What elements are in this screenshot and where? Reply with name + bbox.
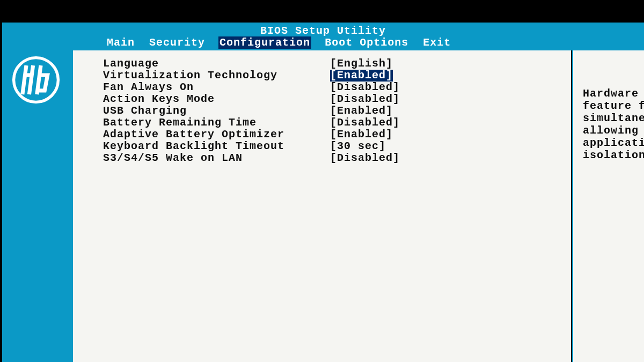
help-line: simultaneou — [583, 112, 644, 124]
help-line: feature for — [583, 100, 644, 112]
setting-value: [Disabled] — [330, 152, 400, 164]
menu-tab-security[interactable]: Security — [148, 36, 206, 49]
setting-label: Battery Remaining Time — [103, 117, 323, 129]
setting-value: [30 sec] — [330, 141, 386, 152]
setting-row-action-keys-mode[interactable]: Action Keys Mode [Disabled] — [103, 93, 571, 105]
setting-value: [Enabled] — [330, 105, 393, 117]
setting-row-wake-on-lan[interactable]: S3/S4/S5 Wake on LAN [Disabled] — [103, 152, 571, 164]
menu-tab-boot-options[interactable]: Boot Options — [324, 36, 409, 49]
setting-row-battery-remaining-time[interactable]: Battery Remaining Time [Disabled] — [103, 117, 571, 129]
svg-point-0 — [14, 58, 58, 102]
bios-header: BIOS Setup Utility Main Security Configu… — [2, 23, 644, 50]
hp-logo-icon — [12, 56, 60, 104]
brand-sidebar — [6, 50, 73, 362]
setting-value: [Enabled] — [330, 70, 393, 82]
setting-value: [English] — [330, 58, 393, 70]
settings-panel: Language [English] Virtualization Techno… — [73, 50, 572, 362]
help-line: isolation o — [583, 149, 644, 161]
setting-row-usb-charging[interactable]: USB Charging [Enabled] — [103, 105, 571, 117]
setting-value: [Enabled] — [330, 129, 393, 141]
settings-list: Language [English] Virtualization Techno… — [73, 50, 571, 164]
bios-screen: BIOS Setup Utility Main Security Configu… — [2, 23, 644, 362]
setting-label: Adaptive Battery Optimizer — [103, 129, 323, 141]
setting-value: [Disabled] — [330, 117, 400, 129]
setting-row-fan-always-on[interactable]: Fan Always On [Disabled] — [103, 82, 571, 93]
help-heading: It — [583, 58, 644, 70]
help-line: Hardware VT — [583, 87, 644, 100]
setting-label: Fan Always On — [103, 82, 323, 93]
menu-tab-main[interactable]: Main — [106, 36, 136, 49]
setting-row-adaptive-battery-optimizer[interactable]: Adaptive Battery Optimizer [Enabled] — [103, 129, 571, 141]
setting-label: Action Keys Mode — [103, 93, 323, 105]
setting-label: Language — [103, 58, 323, 70]
bios-menubar: Main Security Configuration Boot Options… — [2, 36, 644, 49]
setting-row-virtualization-technology[interactable]: Virtualization Technology [Enabled] — [103, 70, 571, 82]
setting-row-language[interactable]: Language [English] — [103, 58, 571, 70]
help-line: allowing sp — [583, 124, 644, 137]
menu-tab-configuration[interactable]: Configuration — [218, 36, 311, 49]
bios-title: BIOS Setup Utility — [2, 25, 644, 37]
setting-label: S3/S4/S5 Wake on LAN — [103, 152, 323, 164]
help-line: application — [583, 137, 644, 149]
help-panel: It Hardware VT feature for simultaneou a… — [573, 50, 644, 362]
menu-tab-exit[interactable]: Exit — [422, 36, 452, 49]
setting-label: USB Charging — [103, 105, 323, 117]
setting-label: Keyboard Backlight Timeout — [103, 141, 323, 152]
monitor-bezel: BIOS Setup Utility Main Security Configu… — [0, 0, 644, 362]
setting-value: [Disabled] — [330, 82, 400, 93]
setting-label: Virtualization Technology — [103, 70, 323, 82]
setting-row-keyboard-backlight-timeout[interactable]: Keyboard Backlight Timeout [30 sec] — [103, 141, 571, 152]
setting-value: [Disabled] — [330, 93, 400, 105]
